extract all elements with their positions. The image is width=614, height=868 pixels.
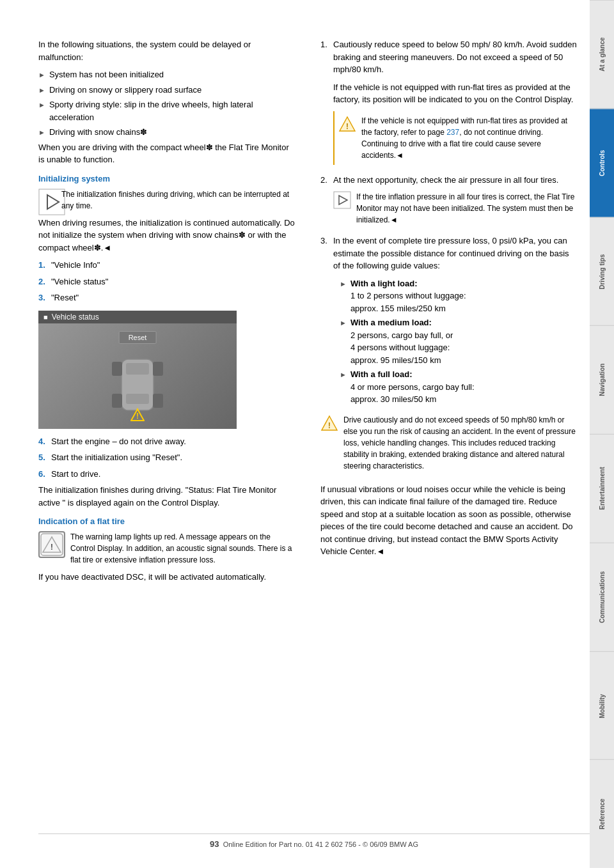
bullet-arrow: ►	[38, 85, 45, 97]
init-note-text: The initialization finishes during drivi…	[61, 189, 295, 212]
right-item1-text: Cautiously reduce speed to below 50 mph/…	[333, 38, 577, 76]
vs-title-bar: ■ Vehicle status	[38, 311, 237, 323]
page-number: 93	[210, 839, 219, 849]
svg-text:!: !	[136, 412, 139, 421]
bullet-text-4: Driving with snow chains✽	[49, 126, 147, 139]
step-6: 6. Start to drive.	[38, 468, 295, 481]
step-text-6: Start to drive.	[51, 468, 100, 481]
warning-text-1: If the vehicle is not equipped with run-…	[361, 115, 573, 161]
right-num-3: 3.	[320, 235, 329, 408]
right-item3-content: In the event of complete tire pressure l…	[333, 235, 577, 408]
note-box-2: If the tire inflation pressure in all fo…	[333, 191, 577, 226]
step-3: 3. "Reset"	[38, 291, 295, 304]
caution-block: ! Drive cautiously and do not exceed spe…	[320, 414, 577, 477]
vehicle-status-image: ■ Vehicle status Reset	[38, 311, 237, 429]
flat-tire-icon: !	[38, 531, 65, 558]
sub-medium-label: With a medium load:	[350, 318, 432, 327]
compact-wheel-text: When you are driving with the compact wh…	[38, 141, 295, 166]
warning-triangle-icon: !	[338, 115, 356, 133]
footer-text: Online Edition for Part no. 01 41 2 602 …	[223, 841, 418, 848]
right-num-1: 1.	[320, 38, 329, 170]
page-footer: 93 Online Edition for Part no. 01 41 2 6…	[38, 833, 590, 849]
warning-exclamation-svg: !	[40, 533, 63, 556]
note-play-icon	[333, 191, 351, 209]
svg-rect-6	[153, 362, 163, 376]
vs-reset-area: Reset	[119, 331, 157, 349]
right-item1-content: Cautiously reduce speed to below 50 mph/…	[333, 38, 577, 170]
step-num-5: 5.	[38, 451, 47, 464]
play-icon	[38, 189, 56, 206]
step-num-1: 1.	[38, 259, 47, 272]
sidebar-tab-entertainment[interactable]: Entertainment	[590, 434, 614, 543]
sidebar-tab-mobility[interactable]: Mobility	[590, 651, 614, 760]
step-5: 5. Start the initialization using "Reset…	[38, 451, 295, 464]
flat-tire-warning-text: The warning lamp lights up red. A messag…	[70, 531, 295, 566]
svg-rect-8	[153, 394, 163, 408]
right-item2-content: At the next opportunity, check the air p…	[333, 174, 577, 231]
init-note-box: The initialization finishes during drivi…	[38, 189, 295, 212]
sub-medium-content: With a medium load: 2 persons, cargo bay…	[350, 316, 453, 366]
sidebar-tab-at-a-glance[interactable]: At a glance	[590, 0, 614, 109]
sub-arrow-3: ►	[340, 369, 347, 406]
step-num-2: 2.	[38, 275, 47, 288]
caution-text: Drive cautiously and do not exceed speed…	[343, 414, 577, 472]
intro-text: In the following situations, the system …	[38, 38, 295, 63]
sub-arrow-2: ►	[340, 318, 347, 366]
sub-full-detail: 4 or more persons, cargo bay full:approx…	[350, 382, 475, 405]
warning-link[interactable]: 237	[446, 128, 459, 137]
step-num-3: 3.	[38, 291, 47, 304]
bullet-text-1: System has not been initialized	[49, 68, 164, 81]
sub-light-content: With a light load: 1 to 2 persons withou…	[350, 277, 466, 315]
sub-full-content: With a full load: 4 or more persons, car…	[350, 368, 475, 406]
sub-bullet-light: ► With a light load: 1 to 2 persons with…	[340, 277, 577, 315]
bullet-item-4: ► Driving with snow chains✽	[38, 126, 295, 139]
right-column: 1. Cautiously reduce speed to below 50 m…	[314, 38, 577, 830]
svg-rect-4	[126, 394, 149, 404]
sub-full-label: With a full load:	[350, 369, 413, 379]
bullet-arrow: ►	[38, 127, 45, 139]
svg-text:!: !	[51, 542, 53, 552]
right-item2-text: At the next opportunity, check the air p…	[333, 174, 577, 187]
page-container: In the following situations, the system …	[0, 0, 614, 868]
sidebar-tab-controls[interactable]: Controls	[590, 109, 614, 217]
step-text-3: "Reset"	[51, 291, 79, 304]
sidebar-tab-communications[interactable]: Communications	[590, 543, 614, 651]
sidebar-tab-navigation[interactable]: Navigation	[590, 325, 614, 434]
sidebar-tab-reference[interactable]: Reference	[590, 759, 614, 868]
right-item3-text: In the event of complete tire pressure l…	[333, 235, 577, 272]
car-svg	[99, 353, 176, 417]
main-content: In the following situations, the system …	[0, 0, 590, 868]
step-1: 1. "Vehicle Info"	[38, 259, 295, 272]
reset-button-display: Reset	[119, 331, 157, 344]
sidebar: At a glance Controls Driving tips Naviga…	[590, 0, 614, 868]
svg-rect-0	[39, 189, 65, 215]
step-text-5: Start the initialization using "Reset".	[51, 451, 182, 464]
right-step-1: 1. Cautiously reduce speed to below 50 m…	[320, 38, 577, 170]
caution-triangle-icon: !	[320, 414, 338, 432]
step-num-4: 4.	[38, 435, 47, 448]
svg-rect-7	[112, 394, 122, 408]
svg-marker-1	[47, 195, 59, 209]
sub-arrow-1: ►	[340, 279, 347, 315]
note-text-2: If the tire inflation pressure in all fo…	[356, 191, 577, 226]
flat-tire-heading: Indication of a flat tire	[38, 516, 295, 526]
step-text-1: "Vehicle Info"	[51, 259, 100, 272]
vs-warning: !	[130, 408, 145, 424]
vs-title-text: Vehicle status	[52, 313, 99, 322]
left-column: In the following situations, the system …	[38, 38, 301, 830]
svg-rect-3	[126, 363, 149, 375]
right-item1-followup: If the vehicle is not equipped with run-…	[333, 81, 577, 106]
sub-bullet-medium: ► With a medium load: 2 persons, cargo b…	[340, 316, 577, 366]
right-step-2: 2. At the next opportunity, check the ai…	[320, 174, 577, 231]
right-num-2: 2.	[320, 174, 329, 231]
right-step-3: 3. In the event of complete tire pressur…	[320, 235, 577, 408]
init-para1: When driving resumes, the initialization…	[38, 217, 295, 254]
sub-light-label: With a light load:	[350, 279, 418, 288]
svg-text:!: !	[346, 121, 349, 131]
final-para: If unusual vibrations or loud noises occ…	[320, 483, 577, 558]
svg-marker-17	[339, 196, 347, 205]
sub-bullet-full: ► With a full load: 4 or more persons, c…	[340, 368, 577, 406]
sidebar-tab-driving-tips[interactable]: Driving tips	[590, 217, 614, 326]
sub-light-detail: 1 to 2 persons without luggage:approx. 1…	[350, 291, 466, 313]
sub-medium-detail: 2 persons, cargo bay full, or4 persons w…	[350, 330, 453, 365]
